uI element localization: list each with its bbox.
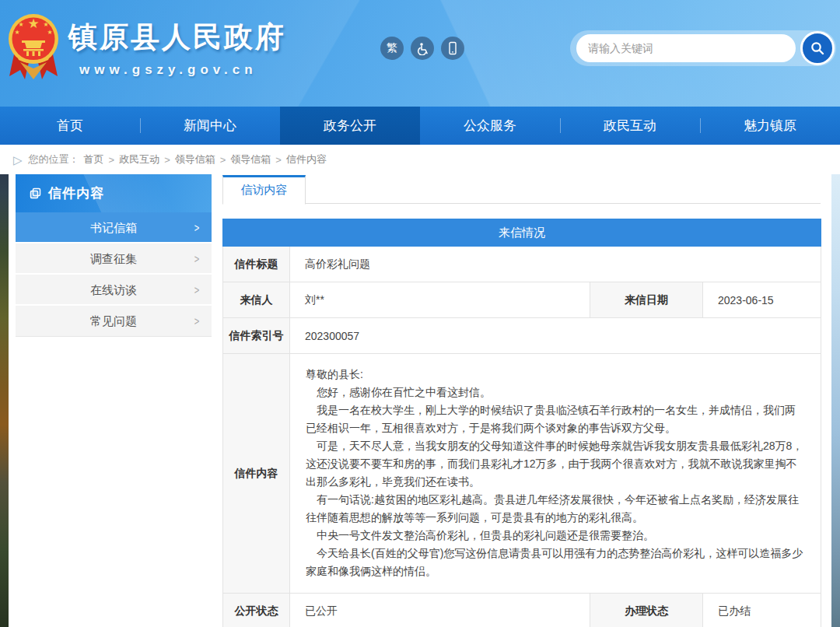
tab-petition-content[interactable]: 信访内容: [222, 175, 306, 205]
sidebar-item-label: 调查征集: [90, 252, 137, 265]
document-squares-icon: [30, 187, 41, 199]
svg-text:★: ★: [18, 21, 23, 28]
sidebar-item-label: 书记信箱: [90, 221, 137, 234]
sidebar-item-online-interview[interactable]: 在线访谈 >: [16, 275, 212, 306]
table-row: 信件标题 高价彩礼问题: [223, 247, 821, 282]
table-row: 信件内容 尊敬的县长: 您好，感谢你在百忙之中看这封信。 我是一名在校大学生，刚…: [223, 354, 821, 594]
search-button[interactable]: [800, 31, 835, 65]
breadcrumb-arrow-icon: ▷: [13, 154, 23, 166]
public-status-value: 已公开: [290, 594, 590, 627]
handle-status-value: 已办结: [703, 594, 821, 627]
site-header: ★ ★ ★ ★ ★ 镇原县人民政府 www.gszy.gov.cn 繁: [0, 0, 840, 107]
wheelchair-icon: [416, 42, 429, 55]
sidebar: 信件内容 书记信箱 > 调查征集 > 在线访谈 > 常见问题 >: [16, 174, 212, 337]
sender-label: 来信人: [223, 282, 290, 318]
sender-value: 刘**: [290, 282, 590, 318]
site-title: 镇原县人民政府: [68, 18, 286, 57]
nav-item-gov-info[interactable]: 政务公开: [280, 107, 420, 145]
national-emblem-icon: ★ ★ ★ ★ ★: [6, 8, 61, 84]
nav-item-public-service[interactable]: 公众服务: [420, 107, 560, 145]
breadcrumb-link-interaction[interactable]: 政民互动: [119, 152, 159, 166]
handle-status-label: 办理状态: [590, 594, 703, 627]
breadcrumb-link-mailbox-2[interactable]: 领导信箱: [230, 152, 271, 166]
search-input[interactable]: [576, 34, 796, 62]
breadcrumb-separator: >: [220, 154, 226, 166]
sidebar-title: 信件内容: [16, 174, 212, 212]
breadcrumb-link-mailbox[interactable]: 领导信箱: [175, 152, 215, 166]
table-row: 信件索引号 202300057: [223, 318, 821, 354]
sidebar-title-label: 信件内容: [48, 184, 104, 202]
breadcrumb: ▷ 您的位置： 首页 > 政民互动 > 领导信箱 > 领导信箱 > 信件内容: [0, 145, 840, 174]
nav-item-charm[interactable]: 魅力镇原: [700, 107, 840, 145]
breadcrumb-separator: >: [164, 154, 170, 166]
search-icon: [810, 40, 825, 56]
date-label: 来信日期: [590, 282, 703, 318]
chevron-right-icon: >: [194, 306, 200, 337]
svg-text:★: ★: [43, 21, 48, 28]
breadcrumb-current-page: 信件内容: [286, 152, 327, 166]
mobile-version-button[interactable]: [441, 37, 464, 60]
letter-table: 来信情况 信件标题 高价彩礼问题 来信人 刘** 来信日期 2023-06-15…: [222, 219, 821, 627]
breadcrumb-link-home[interactable]: 首页: [84, 152, 104, 166]
content-label: 信件内容: [223, 354, 290, 594]
date-value: 2023-06-15: [703, 282, 821, 318]
accessibility-button[interactable]: [411, 37, 434, 60]
background-photo-strip-left: [0, 145, 9, 627]
chevron-right-icon: >: [194, 275, 200, 306]
svg-text:★: ★: [27, 16, 39, 31]
chevron-right-icon: >: [194, 243, 200, 275]
letter-title-value: 高价彩礼问题: [290, 247, 821, 282]
search-bar: [570, 30, 836, 66]
tab-strip: 信访内容: [222, 174, 821, 204]
breadcrumb-separator: >: [109, 154, 115, 166]
quick-buttons: 繁: [380, 37, 464, 60]
background-photo-strip-right: [831, 145, 840, 627]
svg-text:★: ★: [47, 29, 52, 36]
sidebar-item-label: 在线访谈: [90, 283, 137, 296]
traditional-chinese-label: 繁: [387, 41, 397, 55]
nav-item-interaction[interactable]: 政民互动: [560, 107, 700, 145]
index-label: 信件索引号: [223, 318, 290, 354]
public-status-label: 公开状态: [223, 594, 290, 627]
main-panel: 信访内容 来信情况 信件标题 高价彩礼问题 来信人 刘** 来信日期 2023-…: [222, 174, 821, 627]
breadcrumb-prefix: 您的位置：: [29, 152, 79, 166]
traditional-chinese-button[interactable]: 繁: [380, 37, 404, 60]
mobile-phone-icon: [446, 41, 459, 55]
sidebar-item-secretary-mailbox[interactable]: 书记信箱 >: [16, 212, 212, 243]
svg-text:★: ★: [14, 29, 19, 36]
site-logo[interactable]: ★ ★ ★ ★ ★ 镇原县人民政府 www.gszy.gov.cn: [6, 8, 286, 84]
site-url: www.gszy.gov.cn: [79, 62, 286, 78]
letter-title-label: 信件标题: [223, 247, 290, 282]
breadcrumb-separator: >: [275, 154, 282, 166]
index-value: 202300057: [290, 318, 821, 354]
table-title: 来信情况: [223, 219, 821, 247]
nav-item-news[interactable]: 新闻中心: [140, 107, 280, 145]
page: ★ ★ ★ ★ ★ 镇原县人民政府 www.gszy.gov.cn 繁: [0, 0, 840, 627]
table-row: 来信人 刘** 来信日期 2023-06-15: [223, 282, 821, 318]
nav-item-home[interactable]: 首页: [0, 107, 140, 145]
sidebar-item-label: 常见问题: [90, 314, 137, 328]
chevron-right-icon: >: [194, 212, 200, 243]
main-nav: 首页 新闻中心 政务公开 公众服务 政民互动 魅力镇原: [0, 107, 840, 145]
letter-content-text: 尊敬的县长: 您好，感谢你在百忙之中看这封信。 我是一名在校大学生，刚上大学的时…: [290, 354, 821, 594]
sidebar-item-survey[interactable]: 调查征集 >: [16, 243, 212, 275]
sidebar-item-faq[interactable]: 常见问题 >: [16, 306, 212, 337]
table-row: 公开状态 已公开 办理状态 已办结: [223, 594, 821, 627]
